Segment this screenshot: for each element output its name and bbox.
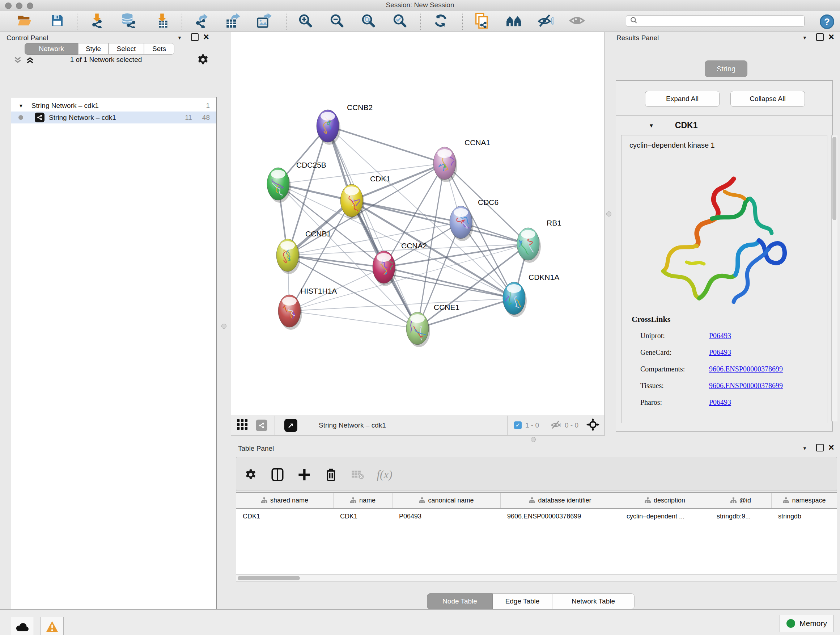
- open-session-button[interactable]: [17, 14, 33, 29]
- zoom-fit-button[interactable]: [360, 14, 376, 29]
- column-header-namespace[interactable]: namespace: [772, 493, 837, 508]
- table-hscrollbar[interactable]: [236, 575, 837, 582]
- cloud-button[interactable]: [11, 617, 34, 635]
- table-cell[interactable]: stringdb: [772, 509, 837, 524]
- network-edge[interactable]: [289, 311, 417, 328]
- network-edge[interactable]: [328, 126, 445, 163]
- network-edge[interactable]: [328, 126, 417, 328]
- save-session-button[interactable]: [49, 14, 65, 29]
- expand-all-button[interactable]: Expand All: [645, 91, 720, 107]
- crosslink-link[interactable]: 9606.ENSP00000378699: [709, 382, 783, 390]
- network-node-CCNA1[interactable]: CCNA1: [433, 138, 490, 182]
- table-panel-menu-icon[interactable]: ▼: [802, 446, 807, 451]
- zoom-selected-button[interactable]: [392, 14, 408, 29]
- table-cell[interactable]: CDK1: [333, 509, 393, 524]
- function-builder-icon[interactable]: f(x): [376, 466, 393, 483]
- gene-expander-icon[interactable]: ▼: [649, 122, 654, 128]
- refresh-view-button[interactable]: [433, 14, 448, 29]
- column-header-name[interactable]: name: [333, 493, 393, 508]
- tab-node-table[interactable]: Node Table: [427, 593, 493, 609]
- tab-edge-table[interactable]: Edge Table: [493, 593, 552, 609]
- network-node-CCNE1[interactable]: CCNE1: [406, 303, 459, 347]
- table-cell[interactable]: 9606.ENSP00000378699: [501, 509, 620, 524]
- hide-unhide-button[interactable]: [538, 14, 554, 29]
- zoom-out-button[interactable]: [329, 14, 345, 29]
- crosslink-link[interactable]: 9606.ENSP00000378699: [709, 365, 783, 373]
- selected-checkbox-icon[interactable]: ✓: [514, 421, 522, 429]
- network-edge[interactable]: [384, 267, 514, 298]
- help-button[interactable]: ?: [820, 14, 834, 29]
- crosslink-link[interactable]: P06493: [709, 398, 731, 407]
- collapse-all-button[interactable]: Collapse All: [730, 91, 805, 107]
- control-panel-menu-icon[interactable]: ▼: [177, 35, 182, 41]
- column-header-id[interactable]: @id: [710, 493, 772, 508]
- network-edge[interactable]: [289, 244, 528, 311]
- column-header-description[interactable]: description: [620, 493, 710, 508]
- column-header-databaseidentifier[interactable]: database identifier: [501, 493, 620, 508]
- export-network-button[interactable]: [194, 14, 210, 29]
- memory-button[interactable]: Memory: [780, 615, 834, 632]
- results-tab-string[interactable]: String: [705, 60, 747, 77]
- tab-network[interactable]: Network: [25, 43, 78, 55]
- table-cell[interactable]: CDK1: [236, 509, 333, 524]
- network-thumbnail-icon[interactable]: [256, 420, 267, 431]
- control-panel-float-icon[interactable]: [191, 33, 199, 41]
- results-panel-close-icon[interactable]: ×: [829, 32, 834, 42]
- network-node-CDK1[interactable]: CDK1: [340, 174, 390, 219]
- network-collection-row[interactable]: ▼ String Network – cdk1 1: [11, 100, 216, 111]
- table-cell[interactable]: stringdb:9...: [710, 509, 772, 524]
- gear-icon[interactable]: [197, 54, 209, 67]
- network-row[interactable]: String Network – cdk1 11 48: [11, 111, 216, 124]
- results-panel-float-icon[interactable]: [816, 33, 824, 41]
- show-columns-icon[interactable]: [269, 466, 286, 483]
- table-cell[interactable]: cyclin–dependent ...: [620, 509, 710, 524]
- collapse-all-tree-icon[interactable]: [13, 56, 22, 66]
- results-panel-menu-icon[interactable]: ▼: [802, 35, 807, 41]
- expand-all-tree-icon[interactable]: [25, 56, 35, 66]
- network-node-CCNB2[interactable]: CCNB2: [317, 103, 373, 145]
- warning-button[interactable]: [41, 617, 64, 635]
- delete-column-trash-icon[interactable]: [322, 466, 340, 483]
- table-panel-close-icon[interactable]: ×: [829, 443, 834, 453]
- tab-select[interactable]: Select: [109, 43, 144, 55]
- show-eye-button[interactable]: [569, 14, 585, 29]
- network-node-CCNA2[interactable]: CCNA2: [373, 241, 427, 286]
- table-hscrollbar-thumb[interactable]: [238, 576, 300, 580]
- import-network-from-database-button[interactable]: [120, 14, 136, 29]
- import-network-from-file-button[interactable]: [89, 14, 105, 29]
- table-settings-gear-icon[interactable]: [242, 466, 259, 483]
- table-panel-float-icon[interactable]: [816, 444, 824, 451]
- delete-table-icon[interactable]: [349, 466, 366, 483]
- tab-sets[interactable]: Sets: [144, 43, 174, 55]
- results-scrollbar-thumb[interactable]: [832, 137, 836, 220]
- table-cell[interactable]: P06493: [393, 509, 501, 524]
- network-node-RB1[interactable]: RB1: [517, 219, 561, 263]
- crosslink-link[interactable]: P06493: [709, 332, 731, 340]
- tree-expander-icon[interactable]: ▼: [19, 103, 24, 109]
- export-image-button[interactable]: [256, 14, 272, 29]
- bottom-splitter-handle[interactable]: [531, 437, 536, 442]
- export-table-button[interactable]: [225, 14, 241, 29]
- grid-view-icon[interactable]: [237, 419, 248, 432]
- right-splitter-handle[interactable]: [606, 211, 611, 217]
- zoom-in-button[interactable]: [297, 14, 313, 29]
- import-table-button[interactable]: [154, 14, 170, 29]
- table-row[interactable]: CDK1CDK1P064939606.ENSP00000378699cyclin…: [236, 509, 837, 524]
- results-scrollbar[interactable]: [831, 135, 837, 421]
- control-panel-close-icon[interactable]: ×: [203, 32, 209, 42]
- search-input[interactable]: [638, 17, 804, 25]
- gene-section-header[interactable]: ▼ CDK1: [616, 116, 832, 135]
- detach-view-icon[interactable]: [284, 419, 297, 432]
- network-view-canvas[interactable]: CCNB2CCNA1CDC25BCDK1CDC6RB1CCNB1CCNA2CDK…: [231, 32, 605, 416]
- clone-network-button[interactable]: [474, 14, 490, 29]
- left-splitter-handle[interactable]: [221, 324, 226, 329]
- hidden-eye-icon[interactable]: [550, 420, 562, 431]
- crosslink-link[interactable]: P06493: [709, 348, 731, 356]
- houses-button[interactable]: [506, 14, 522, 29]
- add-column-plus-icon[interactable]: [295, 466, 313, 483]
- network-node-CDKN1A[interactable]: CDKN1A: [503, 273, 559, 317]
- tab-style[interactable]: Style: [78, 43, 109, 55]
- tab-network-table[interactable]: Network Table: [552, 593, 635, 609]
- network-edge[interactable]: [287, 255, 384, 267]
- crosshair-icon[interactable]: [586, 418, 600, 432]
